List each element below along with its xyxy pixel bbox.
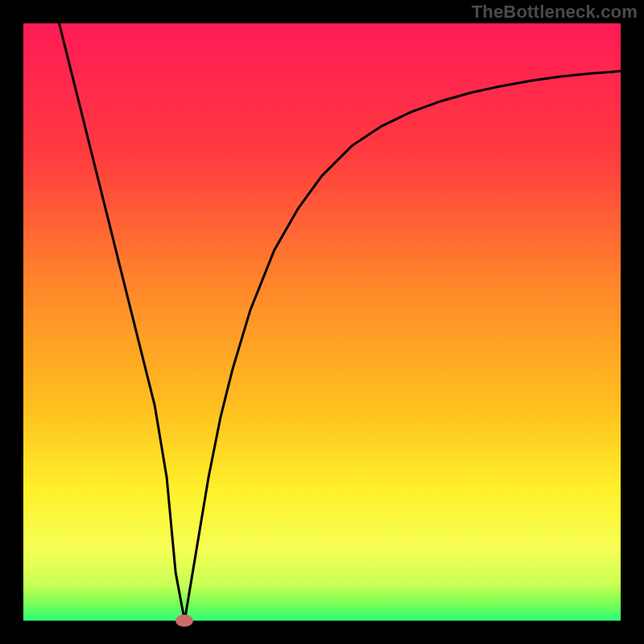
- minimum-marker: [175, 615, 193, 627]
- bottleneck-curve: [23, 23, 621, 621]
- watermark-text: TheBottleneck.com: [472, 2, 638, 23]
- chart-frame: TheBottleneck.com: [0, 0, 644, 644]
- plot-area: [23, 23, 621, 621]
